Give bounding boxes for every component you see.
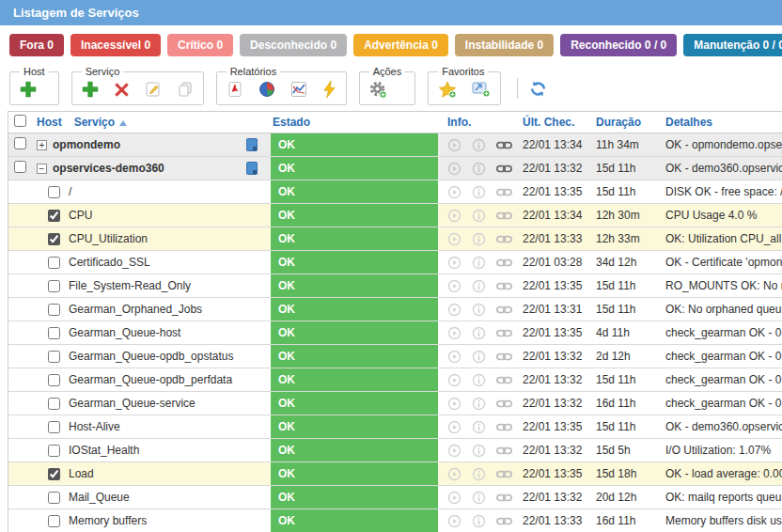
recheck-icon[interactable] [447, 326, 461, 340]
row-name-link[interactable]: Certificado_SSL [69, 256, 150, 269]
service-select-checkbox[interactable] [48, 445, 60, 457]
col-header-duracao[interactable]: Duração [596, 116, 665, 129]
row-select-checkbox[interactable] [14, 137, 26, 149]
col-header-info[interactable]: Info. [438, 116, 523, 129]
service-select-checkbox[interactable] [48, 421, 60, 433]
lightning-report-icon[interactable] [322, 81, 336, 98]
recheck-icon[interactable] [447, 232, 461, 246]
col-header-host[interactable]: Host [37, 116, 62, 129]
service-select-checkbox[interactable] [48, 515, 60, 527]
link-icon[interactable] [496, 352, 512, 362]
refresh-icon[interactable] [529, 80, 547, 98]
info-icon[interactable] [472, 303, 486, 317]
row-name-link[interactable]: Gearman_Orphaned_Jobs [69, 303, 202, 316]
host-icon[interactable] [246, 162, 258, 175]
status-badge[interactable]: Reconhecido 0 / 0 [560, 34, 677, 56]
recheck-icon[interactable] [447, 138, 461, 152]
status-badge[interactable]: Manutenção 0 / 0 [683, 34, 782, 56]
info-icon[interactable] [472, 444, 486, 458]
row-name-link[interactable]: opservices-demo360 [53, 162, 164, 175]
link-icon[interactable] [496, 258, 512, 268]
link-icon[interactable] [496, 422, 512, 432]
info-icon[interactable] [472, 279, 486, 293]
info-icon[interactable] [472, 138, 486, 152]
add-service-icon[interactable] [82, 81, 99, 98]
link-icon[interactable] [496, 375, 512, 385]
info-icon[interactable] [472, 162, 486, 176]
expand-toggle-icon[interactable]: − [37, 164, 47, 174]
status-badge[interactable]: Crítico 0 [167, 34, 233, 56]
favorite-star-add-icon[interactable] [438, 81, 457, 99]
status-badge[interactable]: Advertência 0 [353, 34, 448, 56]
row-name-link[interactable]: CPU_Utilization [69, 232, 148, 245]
row-name-link[interactable]: Gearman_Queue-host [69, 326, 180, 339]
recheck-icon[interactable] [447, 491, 461, 505]
expand-toggle-icon[interactable]: + [37, 140, 47, 150]
link-icon[interactable] [496, 305, 512, 315]
col-header-ult-chec[interactable]: Últ. Chec. [523, 116, 596, 129]
row-name-link[interactable]: Load [69, 467, 94, 480]
recheck-icon[interactable] [447, 350, 461, 364]
service-select-checkbox[interactable] [48, 186, 60, 198]
info-icon[interactable] [472, 185, 486, 199]
row-name-link[interactable]: opmondemo [53, 138, 120, 151]
status-badge[interactable]: Instabilidade 0 [455, 34, 554, 56]
row-name-link[interactable]: Gearman_Queue-opdb_opstatus [69, 350, 233, 363]
service-select-checkbox[interactable] [48, 374, 60, 386]
row-name-link[interactable]: Gearman_Queue-opdb_perfdata [69, 373, 232, 386]
recheck-icon[interactable] [447, 444, 461, 458]
info-icon[interactable] [472, 350, 486, 364]
status-badge[interactable]: Inacessível 0 [70, 34, 161, 56]
col-header-servico[interactable]: Serviço [74, 116, 127, 129]
link-icon[interactable] [496, 234, 512, 244]
select-all-checkbox[interactable] [14, 115, 26, 127]
actions-gear-icon[interactable] [369, 81, 387, 99]
service-select-checkbox[interactable] [48, 233, 60, 245]
row-name-link[interactable]: Host-Alive [69, 420, 120, 433]
info-icon[interactable] [472, 514, 486, 528]
delete-service-icon[interactable] [114, 82, 130, 98]
service-select-checkbox[interactable] [48, 492, 60, 504]
pdf-report-icon[interactable] [227, 81, 243, 98]
host-icon[interactable] [246, 138, 258, 151]
row-name-link[interactable]: Gearman_Queue-service [69, 397, 196, 410]
link-icon[interactable] [496, 281, 512, 291]
service-select-checkbox[interactable] [48, 327, 60, 339]
recheck-icon[interactable] [447, 279, 461, 293]
recheck-icon[interactable] [447, 303, 461, 317]
info-icon[interactable] [472, 232, 486, 246]
col-header-estado[interactable]: Estado [271, 116, 438, 129]
row-name-link[interactable]: Mail_Queue [69, 491, 130, 504]
info-icon[interactable] [472, 420, 486, 434]
recheck-icon[interactable] [447, 373, 461, 387]
link-icon[interactable] [496, 140, 512, 150]
service-select-checkbox[interactable] [48, 304, 60, 316]
link-icon[interactable] [496, 328, 512, 338]
recheck-icon[interactable] [447, 467, 461, 481]
row-name-link[interactable]: / [69, 185, 71, 198]
link-icon[interactable] [496, 164, 512, 174]
recheck-icon[interactable] [447, 420, 461, 434]
link-icon[interactable] [496, 211, 512, 221]
link-icon[interactable] [496, 446, 512, 456]
link-icon[interactable] [496, 493, 512, 503]
row-name-link[interactable]: Memory buffers [69, 514, 147, 527]
favorite-screen-add-icon[interactable] [472, 81, 491, 98]
recheck-icon[interactable] [447, 256, 461, 270]
recheck-icon[interactable] [447, 162, 461, 176]
recheck-icon[interactable] [447, 514, 461, 528]
info-icon[interactable] [472, 326, 486, 340]
recheck-icon[interactable] [447, 209, 461, 223]
row-name-link[interactable]: CPU [69, 209, 92, 222]
row-name-link[interactable]: IOStat_Health [69, 444, 139, 457]
copy-service-icon[interactable] [177, 81, 194, 98]
info-icon[interactable] [472, 397, 486, 411]
link-icon[interactable] [496, 399, 512, 409]
info-icon[interactable] [472, 209, 486, 223]
status-badge[interactable]: Desconhecido 0 [240, 34, 347, 56]
service-select-checkbox[interactable] [48, 257, 60, 269]
link-icon[interactable] [496, 187, 512, 197]
info-icon[interactable] [472, 467, 486, 481]
service-select-checkbox[interactable] [48, 398, 60, 410]
recheck-icon[interactable] [447, 185, 461, 199]
